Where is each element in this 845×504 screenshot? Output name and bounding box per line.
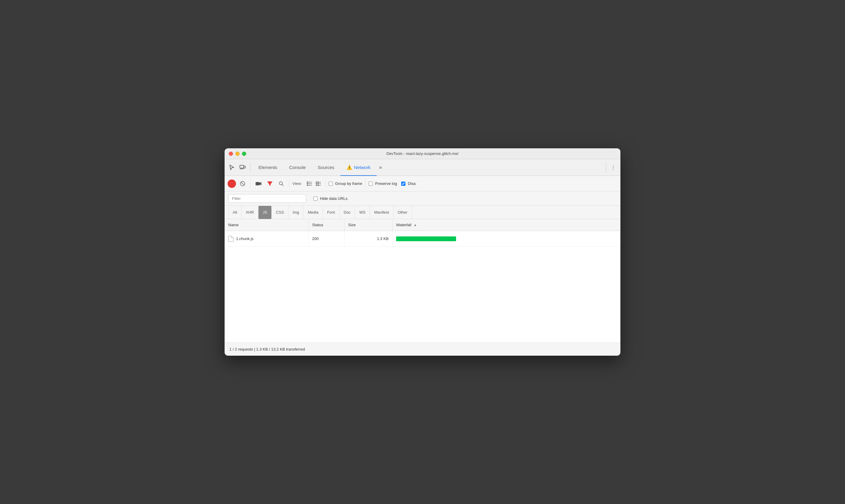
screenshot-button[interactable]	[254, 179, 263, 188]
status-text: 1 / 2 requests | 1.3 KB / 13.2 KB transf…	[229, 347, 305, 352]
table-header: Name Status Size Waterfall ▲	[225, 219, 620, 231]
filter-input[interactable]	[228, 194, 306, 203]
tabs-row: Elements Console Sources ⚠️ Network » ⋮	[225, 159, 620, 176]
filter-tab-js[interactable]: JS	[259, 206, 272, 219]
close-button[interactable]	[229, 151, 233, 156]
preserve-log-group: Preserve log	[369, 181, 397, 186]
minimize-button[interactable]	[235, 151, 240, 156]
table-row[interactable]: 1.chunk.js 200 1.3 KB	[225, 231, 620, 247]
svg-rect-0	[240, 165, 244, 168]
network-table: Name Status Size Waterfall ▲ 1.chunk.js …	[225, 219, 620, 342]
filter-button[interactable]	[265, 179, 275, 188]
device-toggle-icon[interactable]	[238, 163, 247, 172]
waterfall-bar	[396, 236, 456, 241]
svg-marker-6	[260, 182, 262, 185]
vertical-separator	[606, 162, 606, 173]
td-extra	[610, 231, 620, 246]
td-name: 1.chunk.js	[225, 231, 309, 246]
waterfall-view-icon[interactable]	[314, 179, 322, 188]
toolbar-sep-2	[289, 179, 289, 188]
search-button[interactable]	[277, 179, 286, 188]
svg-rect-1	[244, 166, 246, 168]
tab-elements[interactable]: Elements	[252, 159, 283, 176]
tabs-overflow-button[interactable]: »	[376, 159, 384, 176]
filter-tab-xhr[interactable]: XHR	[241, 206, 258, 219]
view-label: View:	[292, 181, 302, 186]
svg-line-4	[241, 182, 244, 185]
td-size: 1.3 KB	[345, 231, 392, 246]
group-by-frame-group: Group by frame	[329, 181, 362, 186]
maximize-button[interactable]	[242, 151, 246, 156]
disable-cache-checkbox[interactable]	[401, 182, 405, 186]
hide-data-urls-checkbox[interactable]	[313, 197, 318, 201]
table-empty-area	[225, 247, 620, 342]
hide-data-urls-label[interactable]: Hide data URLs	[320, 196, 348, 201]
traffic-lights	[229, 151, 246, 156]
tab-icon-separator	[250, 163, 251, 172]
toolbar-sep-4	[365, 179, 366, 188]
tab-network[interactable]: ⚠️ Network	[340, 159, 376, 176]
filter-tab-other[interactable]: Other	[393, 206, 412, 219]
filter-tab-all[interactable]: All	[228, 206, 241, 219]
filter-tab-ws[interactable]: WS	[355, 206, 370, 219]
tabs-right: ⋮	[603, 162, 618, 173]
filter-tabs-row: All XHR JS CSS Img Media Font Doc WS Man…	[225, 206, 620, 219]
filter-row: Hide data URLs	[225, 192, 620, 206]
col-header-size[interactable]: Size	[345, 219, 392, 231]
record-button[interactable]	[228, 179, 236, 188]
status-bar: 1 / 2 requests | 1.3 KB / 13.2 KB transf…	[225, 342, 620, 356]
filter-tab-font[interactable]: Font	[323, 206, 339, 219]
cursor-icon[interactable]	[227, 163, 236, 172]
svg-line-9	[282, 184, 283, 186]
group-by-frame-checkbox[interactable]	[329, 182, 333, 186]
toolbar-row: View:	[225, 176, 620, 192]
window-title: DevTools - react-lazy-suspense.glitch.me…	[387, 151, 459, 156]
svg-rect-5	[256, 182, 260, 185]
col-header-waterfall[interactable]: Waterfall ▲	[392, 219, 610, 231]
filter-tab-css[interactable]: CSS	[272, 206, 288, 219]
filter-tab-img[interactable]: Img	[288, 206, 304, 219]
svg-point-8	[279, 182, 282, 185]
preserve-log-checkbox[interactable]	[369, 182, 373, 186]
col-header-extra	[610, 219, 620, 231]
title-bar: DevTools - react-lazy-suspense.glitch.me…	[225, 148, 620, 159]
preserve-log-label[interactable]: Preserve log	[375, 181, 397, 186]
tab-sources[interactable]: Sources	[312, 159, 340, 176]
devtools-window: DevTools - react-lazy-suspense.glitch.me…	[225, 148, 620, 356]
td-status: 200	[309, 231, 345, 246]
toolbar-sep-1	[250, 179, 251, 188]
file-icon	[228, 236, 233, 242]
td-waterfall	[392, 231, 610, 246]
disable-cache-group: Disa	[401, 181, 416, 186]
col-header-name[interactable]: Name	[225, 219, 309, 231]
warning-icon: ⚠️	[346, 164, 352, 170]
hide-data-urls-group: Hide data URLs	[313, 196, 348, 201]
filter-tab-media[interactable]: Media	[303, 206, 323, 219]
disable-cache-label[interactable]: Disa	[408, 181, 416, 186]
col-header-status[interactable]: Status	[309, 219, 345, 231]
svg-marker-7	[267, 181, 272, 186]
view-icons	[305, 179, 322, 188]
group-by-frame-label[interactable]: Group by frame	[335, 181, 362, 186]
clear-button[interactable]	[238, 179, 247, 188]
filter-tab-doc[interactable]: Doc	[339, 206, 355, 219]
sort-arrow-icon: ▲	[414, 223, 417, 227]
list-view-icon[interactable]	[305, 179, 313, 188]
tab-console[interactable]: Console	[283, 159, 312, 176]
more-options-icon[interactable]: ⋮	[609, 163, 618, 172]
filter-tab-manifest[interactable]: Manifest	[370, 206, 393, 219]
